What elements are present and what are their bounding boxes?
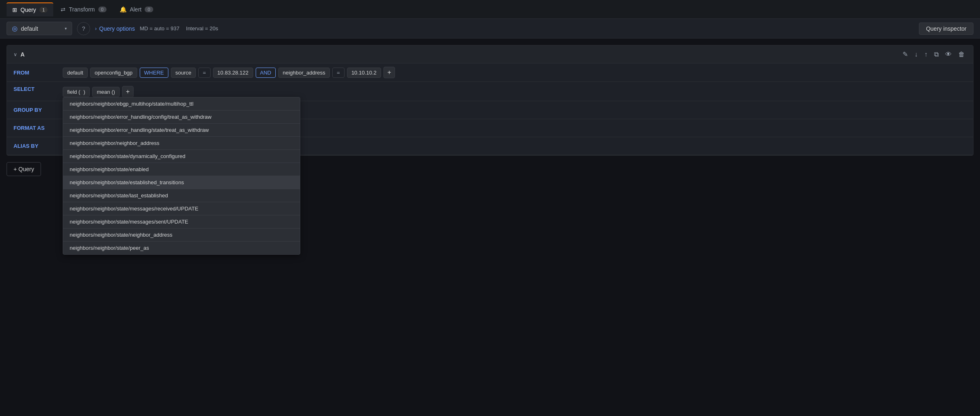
where-source-field-tag[interactable]: source	[171, 68, 196, 78]
mean-tag[interactable]: mean ()	[92, 87, 120, 97]
where-eq1-tag: =	[198, 68, 211, 78]
alert-tab-badge: 0	[145, 7, 153, 12]
from-row: FROM default openconfig_bgp WHERE source…	[7, 63, 973, 82]
dropdown-item-8[interactable]: neighbors/neighbor/state/messages/receiv…	[63, 202, 300, 215]
dropdown-item-0[interactable]: neighbors/neighbor/ebgp_multihop/state/m…	[63, 97, 300, 111]
datasource-chevron-icon: ▾	[65, 26, 67, 31]
dropdown-item-4[interactable]: neighbors/neighbor/state/dynamically_con…	[63, 150, 300, 163]
dropdown-item-3[interactable]: neighbors/neighbor/neighbor_address	[63, 137, 300, 150]
md-label: MD = auto = 937	[140, 25, 179, 32]
and-keyword-tag[interactable]: AND	[256, 68, 276, 78]
query-options-label: Query options	[99, 25, 135, 32]
help-icon: ?	[82, 25, 85, 32]
from-label: FROM	[14, 70, 63, 76]
from-table-tag[interactable]: openconfig_bgp	[90, 68, 137, 78]
tab-alert[interactable]: 🔔 Alert 0	[114, 3, 159, 16]
query-inspector-button[interactable]: Query inspector	[919, 23, 973, 35]
query-tab-badge: 1	[39, 7, 48, 13]
query-meta: MD = auto = 937 Interval = 20s	[140, 25, 218, 32]
move-up-button[interactable]: ↑	[923, 49, 929, 60]
edit-button[interactable]: ✎	[901, 49, 910, 60]
query-inspector-label: Query inspector	[926, 25, 966, 32]
query-label-a: A	[20, 51, 901, 58]
dropdown-item-2[interactable]: neighbors/neighbor/error_handling/state/…	[63, 124, 300, 137]
select-row: SELECT field ( ) neighbors/neighbor/ebgp…	[7, 82, 973, 101]
alert-tab-label: Alert	[130, 6, 142, 13]
format-as-label: FORMAT AS	[14, 125, 63, 131]
dropdown-item-6[interactable]: neighbors/neighbor/state/established_tra…	[63, 176, 300, 189]
alias-by-label: ALIAS BY	[14, 143, 63, 149]
query-section-a: ∨ A ✎ ↓ ↑ ⧉ 👁 🗑 FROM default openconfig_…	[7, 45, 973, 156]
where-eq2-tag: =	[332, 68, 345, 78]
dropdown-item-1[interactable]: neighbors/neighbor/error_handling/config…	[63, 111, 300, 124]
transform-tab-badge: 0	[98, 7, 107, 12]
query-tab-icon: ⊞	[12, 7, 17, 13]
collapse-button[interactable]: ∨	[14, 52, 17, 57]
select-label: SELECT	[14, 86, 63, 92]
from-content: default openconfig_bgp WHERE source = 10…	[63, 67, 395, 78]
field-dropdown-menu[interactable]: neighbors/neighbor/ebgp_multihop/state/m…	[63, 97, 300, 255]
dropdown-item-9[interactable]: neighbors/neighbor/state/messages/sent/U…	[63, 215, 300, 228]
help-button[interactable]: ?	[77, 22, 90, 35]
field-select-tag[interactable]: field ( )	[63, 87, 90, 97]
query-options-chevron-icon: ›	[95, 26, 97, 32]
add-query-label: + Query	[14, 166, 34, 172]
where-neighbor-field-tag[interactable]: neighbor_address	[278, 68, 330, 78]
field-label: field (	[67, 89, 80, 95]
add-condition-button[interactable]: +	[383, 67, 395, 78]
transform-tab-label: Transform	[69, 6, 95, 13]
where-keyword-tag[interactable]: WHERE	[140, 68, 168, 78]
query-options-toggle[interactable]: › Query options	[95, 25, 135, 32]
dropdown-item-10[interactable]: neighbors/neighbor/state/neighbor_addres…	[63, 228, 300, 242]
add-query-button[interactable]: + Query	[7, 162, 41, 176]
dropdown-item-7[interactable]: neighbors/neighbor/state/last_establishe…	[63, 189, 300, 202]
where-ip2-tag[interactable]: 10.10.10.2	[347, 68, 381, 78]
add-select-button[interactable]: +	[122, 86, 134, 97]
from-datasource-tag[interactable]: default	[63, 68, 88, 78]
move-down-button[interactable]: ↓	[913, 49, 919, 60]
query-header-a: ∨ A ✎ ↓ ↑ ⧉ 👁 🗑	[7, 45, 973, 63]
delete-button[interactable]: 🗑	[957, 49, 966, 60]
transform-tab-icon: ⇄	[61, 6, 66, 13]
query-body: FROM default openconfig_bgp WHERE source…	[7, 63, 973, 155]
datasource-icon: ◎	[12, 25, 18, 32]
tab-bar: ⊞ Query 1 ⇄ Transform 0 🔔 Alert 0	[0, 0, 980, 19]
select-content: field ( ) neighbors/neighbor/ebgp_multih…	[63, 86, 134, 97]
query-tab-label: Query	[20, 7, 36, 13]
field-dropdown-container: field ( ) neighbors/neighbor/ebgp_multih…	[63, 87, 90, 97]
alert-tab-icon: 🔔	[120, 6, 127, 13]
copy-button[interactable]: ⧉	[932, 49, 940, 60]
datasource-select[interactable]: ◎ default ▾	[7, 22, 72, 35]
toggle-visibility-button[interactable]: 👁	[944, 49, 953, 60]
tab-query[interactable]: ⊞ Query 1	[7, 2, 53, 16]
dropdown-item-11[interactable]: neighbors/neighbor/state/peer_as	[63, 242, 300, 254]
group-by-label: GROUP BY	[14, 107, 63, 113]
options-bar: ◎ default ▾ ? › Query options MD = auto …	[0, 19, 980, 38]
interval-label: Interval = 20s	[186, 25, 218, 32]
dropdown-item-5[interactable]: neighbors/neighbor/state/enabled	[63, 163, 300, 176]
field-close: )	[84, 89, 85, 95]
tab-transform[interactable]: ⇄ Transform 0	[55, 3, 112, 16]
datasource-name: default	[21, 25, 61, 32]
where-ip1-tag[interactable]: 10.83.28.122	[213, 68, 253, 78]
query-action-buttons: ✎ ↓ ↑ ⧉ 👁 🗑	[901, 49, 966, 60]
